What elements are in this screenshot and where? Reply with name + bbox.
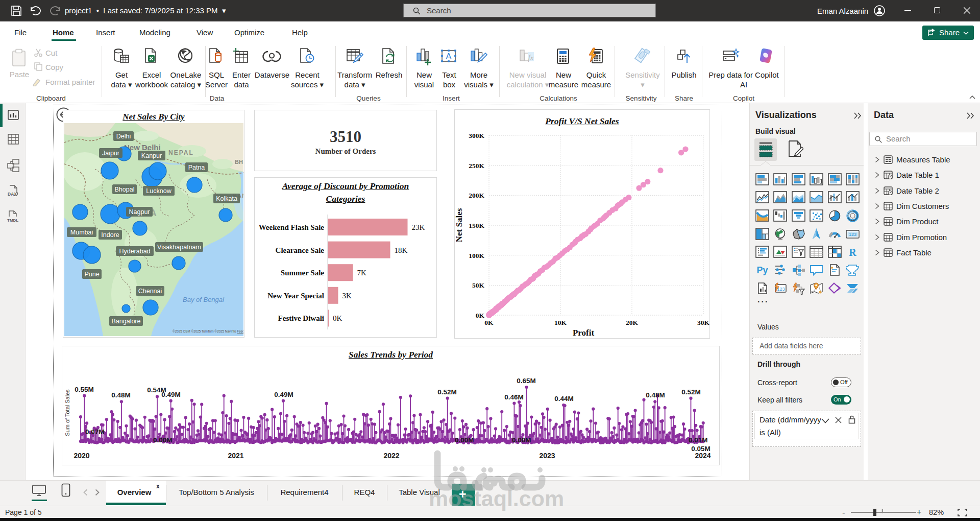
svg-text:New Year Special: New Year Special [267, 292, 324, 300]
svg-text:Festive Diwali: Festive Diwali [278, 314, 324, 322]
svg-text:7K: 7K [357, 269, 367, 277]
svg-text:0.52M: 0.52M [437, 388, 457, 396]
svg-text:0.00M: 0.00M [153, 436, 173, 444]
svg-text:BH: BH [235, 159, 243, 165]
svg-text:Lucknow: Lucknow [146, 187, 172, 195]
svg-text:0.44M: 0.44M [554, 395, 574, 402]
svg-text:2021: 2021 [228, 452, 243, 460]
svg-text:0.46M: 0.46M [504, 393, 524, 401]
svg-text:Py: Py [756, 265, 768, 275]
svg-text:R: R [849, 247, 856, 258]
svg-text:0.00M: 0.00M [455, 436, 474, 444]
svg-text:fx: fx [528, 54, 534, 62]
svg-text:0.48M: 0.48M [111, 391, 131, 399]
svg-text:100K: 100K [469, 252, 484, 259]
svg-text:2020: 2020 [74, 452, 89, 460]
svg-text:Weekend Flash Sale: Weekend Flash Sale [259, 223, 325, 231]
svg-text:Net Sales: Net Sales [455, 208, 464, 242]
svg-text:0.65M: 0.65M [517, 377, 536, 385]
svg-text:Hyderabad: Hyderabad [119, 248, 150, 255]
svg-text:Summer Sale: Summer Sale [281, 269, 324, 277]
svg-text:18K: 18K [395, 246, 408, 254]
svg-text:Jaipur: Jaipur [102, 150, 119, 157]
svg-text:Kanpur: Kanpur [141, 152, 162, 159]
svg-text:0.07M: 0.07M [85, 428, 105, 436]
svg-text:Sum of Total Sales: Sum of Total Sales [64, 389, 70, 436]
svg-text:23K: 23K [412, 223, 425, 231]
svg-text:0.00M: 0.00M [512, 436, 531, 444]
svg-text:Nagpur: Nagpur [129, 208, 150, 216]
svg-text:Kolkata: Kolkata [216, 195, 237, 202]
svg-text:250K: 250K [469, 162, 484, 170]
svg-text:123: 123 [849, 232, 856, 237]
svg-text:Profit: Profit [573, 328, 595, 338]
svg-text:Patna: Patna [188, 164, 205, 171]
svg-text:Bay of Bengal: Bay of Bengal [183, 296, 225, 303]
svg-text:NEPAL: NEPAL [168, 149, 194, 156]
svg-text:Chennai: Chennai [138, 288, 162, 295]
svg-text:Visakhapatnam: Visakhapatnam [157, 244, 201, 251]
svg-text:DAX: DAX [8, 192, 17, 197]
svg-text:Mumbai: Mumbai [70, 229, 93, 236]
svg-text:0.01M: 0.01M [689, 436, 708, 444]
svg-text:0K: 0K [333, 314, 342, 322]
svg-text:Clearance Sale: Clearance Sale [276, 246, 325, 254]
svg-text:0K: 0K [476, 312, 485, 319]
svg-text:10K: 10K [554, 319, 567, 326]
svg-text:©2025 OSM ©2025 TomTom ©2025 N: ©2025 OSM ©2025 TomTom ©2025 NavInfo Fee… [173, 329, 243, 333]
svg-text:150K: 150K [469, 222, 484, 229]
svg-text:20K: 20K [626, 319, 639, 326]
svg-text:Bangalore: Bangalore [112, 318, 141, 325]
svg-text:2022: 2022 [383, 452, 399, 460]
svg-text:Pune: Pune [84, 271, 99, 278]
svg-text:0.49M: 0.49M [274, 391, 293, 398]
svg-text:0K: 0K [484, 319, 494, 326]
svg-text:A: A [446, 52, 452, 61]
svg-text:0.52M: 0.52M [681, 388, 701, 396]
svg-text:0.48M: 0.48M [646, 391, 665, 399]
svg-text:Indore: Indore [101, 231, 119, 239]
svg-text:2024: 2024 [695, 452, 710, 460]
svg-text:300K: 300K [469, 132, 484, 139]
svg-text:200K: 200K [469, 192, 484, 199]
svg-text:Delhi: Delhi [116, 133, 131, 140]
svg-text:Bhopal: Bhopal [115, 186, 135, 193]
svg-text:50K: 50K [472, 281, 485, 289]
svg-text:30K: 30K [697, 319, 709, 326]
svg-text:0.49M: 0.49M [161, 391, 181, 398]
svg-text:3K: 3K [342, 292, 352, 300]
svg-text:TMDL: TMDL [7, 218, 18, 223]
svg-text:0.55M: 0.55M [75, 386, 94, 393]
